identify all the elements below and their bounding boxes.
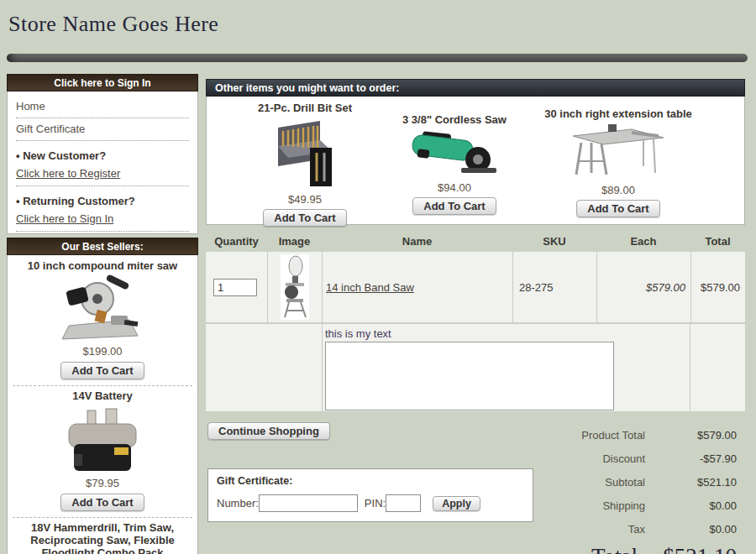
battery-image <box>11 403 194 475</box>
cart-item-sku: 28-275 <box>519 281 553 294</box>
sidebar-signin-header[interactable]: Click here to Sign In <box>7 74 198 91</box>
quantity-input[interactable] <box>213 279 257 296</box>
apply-gift-certificate-button[interactable]: Apply <box>433 496 480 511</box>
discount-value: -$57.90 <box>645 447 737 471</box>
tax-value: $0.00 <box>645 518 737 541</box>
sidebar-nav-panel: Home Gift Certificate • New Customer? Cl… <box>7 91 198 234</box>
gift-pin-input[interactable] <box>386 494 421 512</box>
cart-item-name-link[interactable]: 14 inch Band Saw <box>326 281 414 294</box>
product-price: $89.00 <box>534 182 702 200</box>
cordless-saw-image <box>370 126 538 180</box>
discount-label: Discount <box>485 447 645 471</box>
product-price: $199.00 <box>11 343 194 360</box>
subtotal-value: $521.10 <box>645 471 737 494</box>
gift-certificate-box: Gift Certificate: Number: PIN: Apply <box>207 468 533 522</box>
returning-customer-question: • Returning Customer? <box>16 186 189 209</box>
grand-total-value: $521.10 <box>638 544 737 554</box>
cart-item-each-price: $579.00 <box>646 281 685 294</box>
sidebar-item-home[interactable]: Home <box>16 96 189 118</box>
product-price: $49.95 <box>221 191 389 209</box>
column-header-each: Each <box>596 233 690 252</box>
extension-table-image <box>534 120 702 182</box>
column-header-image: Image <box>267 233 322 252</box>
column-header-sku: SKU <box>512 233 596 252</box>
product-name: 10 inch compound miter saw <box>11 257 194 273</box>
add-to-cart-button[interactable]: Add To Cart <box>60 362 144 379</box>
suggested-item: 30 inch right extension table <box>534 107 702 217</box>
gift-certificate-title: Gift Certificate: <box>217 475 524 487</box>
register-link[interactable]: Click here to Register <box>16 164 189 186</box>
page-title: Store Name Goes Here <box>8 12 218 37</box>
cart-item-total-price: $579.00 <box>701 281 740 294</box>
new-customer-question: • New Customer? <box>16 141 189 164</box>
best-seller-item: 18V Hammerdrill, Trim Saw, Reciprocating… <box>11 519 194 554</box>
main-content: Other items you might want to order: 21-… <box>206 0 745 554</box>
gift-number-label: Number: <box>217 497 259 510</box>
grand-total-label: Total <box>485 544 638 554</box>
product-name: 3 3/8" Cordless Saw <box>370 113 538 126</box>
suggestions-header: Other items you might want to order: <box>206 79 745 97</box>
continue-shopping-button[interactable]: Continue Shopping <box>207 422 330 440</box>
suggested-item: 21-Pc. Drill Bit Set <box>221 102 389 227</box>
product-price: $79.95 <box>11 475 194 492</box>
order-note-textarea[interactable] <box>325 342 614 410</box>
drill-bit-set-image <box>221 114 389 191</box>
cart-table-header: Quantity Image Name SKU Each Total <box>206 233 745 252</box>
suggestions-panel: 21-Pc. Drill Bit Set <box>206 97 745 225</box>
dashed-divider <box>13 385 192 386</box>
product-name: 30 inch right extension table <box>534 107 702 120</box>
signin-link[interactable]: Click here to Sign In <box>16 209 189 232</box>
column-header-name: Name <box>322 233 512 252</box>
suggested-item: 3 3/8" Cordless Saw $94.00 Add To Cart <box>370 113 538 215</box>
best-seller-item: 10 inch compound miter saw $199.00 Add T <box>11 257 194 386</box>
product-name: 14V Battery <box>11 387 194 403</box>
best-sellers-header: Our Best Sellers: <box>7 238 198 255</box>
add-to-cart-button[interactable]: Add To Cart <box>576 200 659 217</box>
column-header-total: Total <box>690 233 745 252</box>
shipping-value: $0.00 <box>645 494 737 518</box>
order-note-label: this is my text <box>325 327 690 342</box>
column-header-quantity: Quantity <box>206 233 267 252</box>
miter-saw-image <box>11 273 194 343</box>
cart-item-row: 14 inch Band Saw 28-275 $579.00 $579.00 <box>206 252 745 323</box>
product-total-value: $579.00 <box>645 424 737 447</box>
best-sellers-panel: 10 inch compound miter saw $199.00 Add T <box>7 255 198 554</box>
product-total-label: Product Total <box>485 424 645 447</box>
add-to-cart-button[interactable]: Add To Cart <box>263 209 346 227</box>
best-seller-item: 14V Battery $79.95 Add To Cart <box>11 387 194 518</box>
cart-note-row: this is my text <box>206 324 745 411</box>
gift-pin-label: PIN: <box>365 497 386 510</box>
product-price: $94.00 <box>370 180 538 197</box>
add-to-cart-button[interactable]: Add To Cart <box>60 494 144 511</box>
add-to-cart-button[interactable]: Add To Cart <box>412 197 496 215</box>
sidebar-item-gift-certificate[interactable]: Gift Certificate <box>16 118 189 141</box>
storefront-page: Store Name Goes Here Click here to Sign … <box>0 0 756 554</box>
sidebar: Click here to Sign In Home Gift Certific… <box>7 74 198 554</box>
gift-number-input[interactable] <box>259 494 358 512</box>
product-name: 18V Hammerdrill, Trim Saw, Reciprocating… <box>11 519 194 554</box>
product-name: 21-Pc. Drill Bit Set <box>221 102 389 114</box>
band-saw-image <box>281 254 309 320</box>
dashed-divider <box>13 517 192 518</box>
